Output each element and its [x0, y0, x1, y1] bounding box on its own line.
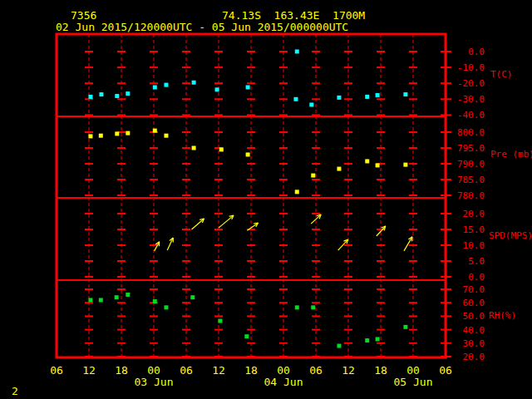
hour-axis-label: 12 [82, 364, 96, 377]
value-tick-label: 800.0 [457, 127, 485, 138]
value-tick-label: -10.0 [457, 62, 485, 73]
pressure-point [88, 134, 92, 138]
temperature-point [246, 85, 250, 89]
pressure-point [376, 163, 380, 167]
value-tick-label: 10.0 [463, 240, 485, 251]
pressure-point [403, 163, 407, 167]
humidity-point [218, 319, 222, 323]
value-tick-label: 795.0 [457, 143, 485, 154]
humidity-point [115, 295, 119, 299]
pressure-point [153, 129, 157, 133]
panel-label-temperature: T(C) [490, 70, 513, 80]
temperature-point [309, 102, 313, 106]
temperature-point [365, 95, 369, 99]
humidity-point [244, 334, 249, 338]
pressure-point [337, 167, 341, 171]
humidity-point [99, 298, 103, 302]
humidity-point [365, 338, 369, 342]
date-axis-label: 04 Jun [264, 376, 303, 388]
wind-arrow-shaft [192, 219, 204, 229]
temperature-point [164, 83, 168, 87]
hour-axis-label: 00 [406, 364, 420, 377]
temperature-point [403, 92, 407, 96]
value-tick-label: -30.0 [457, 94, 485, 105]
temperature-point [99, 92, 103, 96]
value-tick-label: 785.0 [457, 175, 485, 185]
hour-axis-label: 18 [244, 364, 258, 377]
value-tick-label: 5.0 [468, 256, 485, 267]
hour-axis-label: 06 [180, 364, 193, 377]
pressure-point [219, 147, 224, 151]
pressure-point [311, 174, 315, 178]
temperature-point [115, 94, 119, 98]
temperature-point [337, 96, 341, 100]
temperature-point [192, 81, 196, 85]
temperature-point [376, 93, 380, 97]
hour-axis-label: 06 [50, 364, 63, 377]
pressure-point [365, 159, 369, 163]
pressure-point [164, 134, 168, 138]
pressure-point [99, 134, 103, 138]
value-tick-label: 780.0 [457, 190, 485, 201]
hour-axis-label: 06 [439, 364, 452, 377]
date-axis-label: 03 Jun [135, 376, 174, 388]
panel-label-pressure: Pre (mb) [490, 150, 532, 160]
value-tick-label: 20.0 [463, 209, 485, 219]
value-tick-label: 70.0 [463, 284, 485, 295]
meteogram-screen: 7356 74.13S 163.43E 1700M 02 Jun 2015/12… [0, 0, 532, 399]
hour-axis-label: 06 [309, 364, 323, 377]
value-tick-label: -40.0 [457, 110, 485, 121]
wind-arrow-shaft [219, 215, 234, 228]
temperature-point [293, 97, 298, 101]
temperature-point [295, 50, 299, 54]
pressure-point [192, 146, 196, 150]
hour-axis-label: 18 [115, 364, 128, 377]
panel-label-wind-speed: SPD(MPS) [489, 231, 532, 241]
humidity-point [403, 325, 407, 329]
humidity-point [153, 299, 157, 303]
value-tick-label: 15.0 [463, 224, 485, 235]
humidity-point [311, 305, 315, 309]
humidity-point [295, 305, 299, 309]
meteogram-chart: 0.0-10.0-20.0-30.0-40.0800.0795.0790.078… [0, 0, 532, 399]
hour-axis-label: 18 [374, 364, 387, 377]
pressure-point [115, 131, 119, 135]
hour-axis-label: 12 [212, 364, 225, 377]
value-tick-label: 30.0 [463, 338, 485, 349]
humidity-point [337, 344, 341, 348]
value-tick-label: 40.0 [463, 325, 485, 336]
value-tick-label: 20.0 [463, 352, 485, 362]
temperature-point [215, 87, 219, 91]
wind-arrow-shaft [404, 237, 412, 251]
hour-axis-label: 12 [342, 364, 355, 377]
humidity-point [88, 298, 92, 302]
hour-axis-label: 00 [277, 364, 290, 377]
value-tick-label: 0.0 [468, 272, 485, 283]
panel-label-humidity: RH(%) [489, 311, 516, 321]
temperature-point [153, 85, 157, 89]
humidity-point [190, 295, 195, 299]
pressure-point [295, 190, 299, 194]
value-tick-label: 50.0 [463, 311, 485, 322]
hour-axis-label: 00 [147, 364, 160, 377]
date-axis-label: 05 Jun [394, 376, 433, 388]
temperature-point [126, 91, 130, 96]
page-number: 2 [12, 386, 18, 397]
temperature-point [88, 95, 92, 99]
value-tick-label: 0.0 [468, 47, 485, 57]
value-tick-label: -20.0 [457, 78, 485, 89]
humidity-point [126, 293, 130, 297]
pressure-point [126, 131, 130, 135]
pressure-point [246, 152, 250, 156]
humidity-point [376, 337, 380, 341]
humidity-point [164, 305, 168, 309]
value-tick-label: 790.0 [457, 159, 485, 170]
value-tick-label: 60.0 [463, 298, 485, 308]
